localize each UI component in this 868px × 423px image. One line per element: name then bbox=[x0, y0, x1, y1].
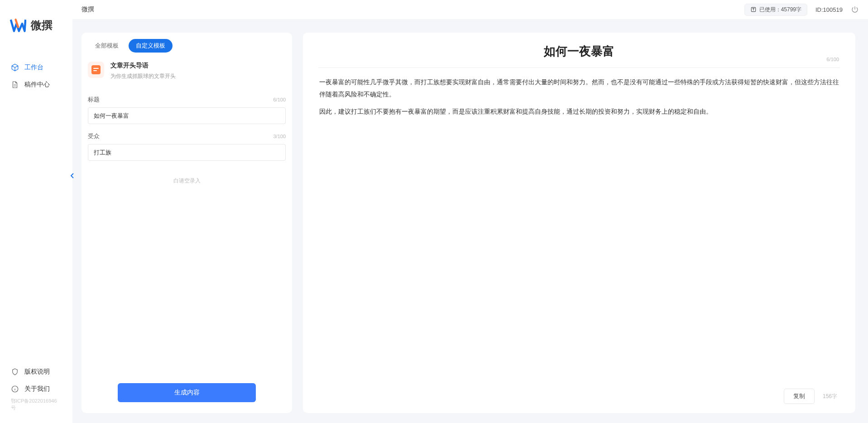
document-icon bbox=[11, 81, 19, 89]
logo-icon bbox=[10, 17, 26, 34]
user-id: ID:100519 bbox=[815, 6, 843, 13]
generate-button[interactable]: 生成内容 bbox=[118, 383, 256, 402]
template-tabs: 全部模板 自定义模板 bbox=[82, 33, 292, 55]
text-icon bbox=[750, 6, 757, 13]
sidebar-item-label: 稿件中心 bbox=[24, 81, 50, 89]
template-icon bbox=[88, 62, 104, 78]
sidebar-item-copyright[interactable]: 版权说明 bbox=[0, 363, 72, 380]
title-label: 标题 bbox=[88, 96, 100, 104]
result-paragraph: 一夜暴富的可能性几乎微乎其微，而打工族想要实现财富自由，通常需要付出大量的时间和… bbox=[319, 76, 839, 100]
copy-button[interactable]: 复制 bbox=[784, 389, 815, 404]
sidebar-item-workspace[interactable]: 工作台 bbox=[0, 59, 72, 76]
sidebar-collapse-toggle[interactable] bbox=[69, 171, 76, 180]
result-title-count: 6/100 bbox=[826, 57, 839, 62]
header: 微撰 已使用：45799字 ID:100519 bbox=[72, 0, 868, 19]
shield-icon bbox=[11, 368, 19, 376]
brand-name: 微撰 bbox=[31, 18, 53, 33]
main-nav: 工作台 稿件中心 bbox=[0, 59, 72, 363]
sidebar-item-about[interactable]: 关于我们 bbox=[0, 380, 72, 398]
char-count: 156字 bbox=[823, 393, 837, 400]
usage-badge[interactable]: 已使用：45799字 bbox=[744, 4, 807, 16]
power-icon[interactable] bbox=[851, 5, 859, 14]
sidebar: 微撰 工作台 稿件中心 版权说明 关于我们 鄂ICP备2022016946号 bbox=[0, 0, 72, 423]
sidebar-item-label: 关于我们 bbox=[24, 385, 50, 393]
brand-logo: 微撰 bbox=[0, 8, 72, 43]
result-paragraph: 因此，建议打工族们不要抱有一夜暴富的期望，而是应该注重积累财富和提高自身技能，通… bbox=[319, 106, 839, 118]
info-icon bbox=[11, 385, 19, 393]
result-panel: 如何一夜暴富 6/100 一夜暴富的可能性几乎微乎其微，而打工族想要实现财富自由… bbox=[303, 33, 855, 413]
page-title: 微撰 bbox=[82, 5, 94, 14]
tab-custom-templates[interactable]: 自定义模板 bbox=[129, 39, 173, 53]
tab-all-templates[interactable]: 全部模板 bbox=[88, 39, 126, 53]
audience-count: 3/100 bbox=[273, 134, 286, 139]
empty-hint: 白请空录入 bbox=[88, 177, 286, 185]
title-count: 6/100 bbox=[273, 97, 286, 102]
title-input[interactable] bbox=[88, 107, 286, 124]
icp-text: 鄂ICP备2022016946号 bbox=[0, 398, 72, 418]
template-title: 文章开头导语 bbox=[110, 62, 176, 70]
usage-text: 已使用：45799字 bbox=[759, 6, 801, 14]
sidebar-item-label: 版权说明 bbox=[24, 368, 50, 376]
sidebar-item-label: 工作台 bbox=[24, 63, 43, 72]
result-body: 一夜暴富的可能性几乎微乎其微，而打工族想要实现财富自由，通常需要付出大量的时间和… bbox=[303, 68, 855, 382]
template-info: 文章开头导语 为你生成抓眼球的文章开头 bbox=[82, 55, 292, 85]
footer-nav: 版权说明 关于我们 鄂ICP备2022016946号 bbox=[0, 363, 72, 423]
audience-input[interactable] bbox=[88, 144, 286, 161]
result-title: 如何一夜暴富 bbox=[318, 43, 840, 59]
template-desc: 为你生成抓眼球的文章开头 bbox=[110, 72, 176, 80]
cube-icon bbox=[11, 63, 19, 72]
input-panel: 全部模板 自定义模板 文章开头导语 为你生成抓眼球的文章开头 标题 bbox=[82, 33, 292, 413]
audience-label: 受众 bbox=[88, 132, 100, 140]
sidebar-item-drafts[interactable]: 稿件中心 bbox=[0, 76, 72, 93]
